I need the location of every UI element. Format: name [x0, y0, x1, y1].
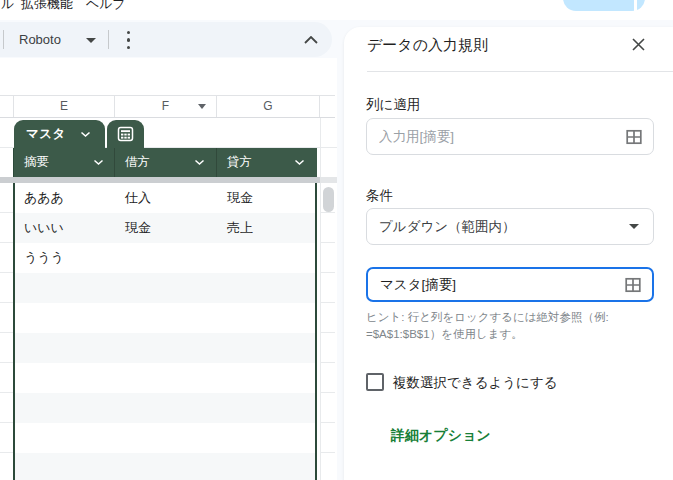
- header-label: 借方: [125, 155, 150, 169]
- row-gridlines-left: [0, 183, 13, 480]
- header-dropdown-icon[interactable]: [294, 159, 305, 166]
- cell-summary[interactable]: あああ: [24, 183, 64, 213]
- table-row[interactable]: いいい 現金 売上: [14, 213, 317, 243]
- table-header-debit[interactable]: 借方: [115, 148, 217, 177]
- table-name: マスタ: [26, 120, 66, 148]
- menu-item-help[interactable]: ヘルプ: [86, 0, 126, 13]
- apply-range-input[interactable]: [367, 119, 653, 154]
- table-row[interactable]: [14, 423, 317, 453]
- close-icon[interactable]: [627, 35, 649, 57]
- spreadsheet-grid: E F G あああ 仕入 現金 いいい 現金 売上 ううう: [0, 58, 337, 480]
- data-validation-panel: データの入力規則 列に適用 条件 プルダウン（範囲内）: [344, 27, 673, 480]
- table-menu-chevron-icon[interactable]: [80, 131, 91, 138]
- row-gridlines-right: [320, 183, 335, 480]
- multi-select-label: 複数選択できるようにする: [393, 374, 558, 392]
- table-row[interactable]: ううう: [14, 243, 317, 273]
- condition-label: 条件: [366, 187, 393, 205]
- column-header-row: E F G: [0, 95, 335, 118]
- apply-to-label: 列に適用: [366, 96, 420, 114]
- column-f-dropdown-icon[interactable]: [198, 104, 206, 109]
- hint-text: ヒント: 行と列をロックするには絶対参照（例: =$A$1:$B$1）を使用しま…: [366, 309, 609, 343]
- hint-line: ヒント: 行と列をロックするには絶対参照（例:: [366, 309, 609, 326]
- condition-value: プルダウン（範囲内）: [379, 209, 516, 244]
- toolbar: Roboto: [0, 22, 332, 57]
- select-data-range-icon[interactable]: [625, 128, 643, 146]
- cell-credit[interactable]: 現金: [227, 183, 253, 213]
- header-label: 貸方: [227, 155, 252, 169]
- table-row[interactable]: [14, 393, 317, 423]
- collapse-toolbar-icon[interactable]: [304, 36, 318, 44]
- header-label: 摘要: [24, 155, 49, 169]
- header-dropdown-icon[interactable]: [93, 159, 104, 166]
- panel-title: データの入力規則: [367, 36, 488, 55]
- cell-debit[interactable]: 現金: [125, 213, 151, 243]
- table-tools-tab[interactable]: [107, 120, 144, 148]
- apply-range-field: [366, 118, 654, 155]
- table-header-row: 摘要 借方 貸方: [14, 148, 317, 177]
- toolbar-divider: [3, 30, 4, 49]
- font-selector[interactable]: Roboto: [19, 22, 61, 57]
- table-right-border: [315, 148, 317, 480]
- share-button-divider: [634, 0, 637, 11]
- column-header-g[interactable]: G: [217, 96, 320, 117]
- select-data-range-icon[interactable]: [624, 276, 642, 294]
- panel-divider: [367, 71, 673, 72]
- toolbar-divider: [108, 30, 109, 49]
- menu-item-partial[interactable]: ル: [1, 0, 14, 13]
- column-header-sliver[interactable]: [0, 96, 14, 117]
- menu-item-extensions[interactable]: 拡張機能: [21, 0, 73, 13]
- frozen-row-divider: [0, 177, 320, 183]
- vertical-scrollbar-thumb[interactable]: [323, 187, 334, 212]
- cell-summary[interactable]: いいい: [24, 213, 64, 243]
- multi-select-checkbox[interactable]: [366, 373, 384, 391]
- frozen-row-divider: [320, 177, 337, 183]
- more-options-icon[interactable]: [127, 31, 131, 49]
- google-sheets-window: ル 拡張機能 ヘルプ Roboto E F G: [0, 0, 673, 480]
- source-range-input[interactable]: [368, 269, 652, 300]
- table-row[interactable]: [14, 363, 317, 393]
- select-caret-icon: [629, 224, 639, 229]
- cell-debit[interactable]: 仕入: [125, 183, 151, 213]
- table-left-border: [13, 148, 15, 480]
- table-row[interactable]: あああ 仕入 現金: [14, 183, 317, 213]
- table-header-credit[interactable]: 貸方: [217, 148, 317, 177]
- font-dropdown-icon[interactable]: [86, 38, 96, 43]
- table-row[interactable]: [14, 453, 317, 480]
- table-icon: [117, 126, 134, 142]
- header-dropdown-icon[interactable]: [194, 159, 205, 166]
- source-range-field: [366, 267, 654, 302]
- cell-credit[interactable]: 売上: [227, 213, 253, 243]
- table-header-summary[interactable]: 摘要: [14, 148, 115, 177]
- advanced-options-button[interactable]: 詳細オプション: [391, 427, 491, 445]
- column-header-e[interactable]: E: [14, 96, 115, 117]
- column-header-sliver[interactable]: [320, 96, 335, 117]
- cell-summary[interactable]: ううう: [24, 243, 64, 273]
- condition-select[interactable]: プルダウン（範囲内）: [366, 208, 654, 245]
- menubar: ル 拡張機能 ヘルプ: [0, 0, 673, 20]
- table-row[interactable]: [14, 273, 317, 303]
- table-row[interactable]: [14, 303, 317, 333]
- share-button[interactable]: [563, 0, 645, 11]
- hint-line: =$A$1:$B$1）を使用します。: [366, 326, 609, 343]
- table-name-tab[interactable]: マスタ: [14, 120, 105, 148]
- table-row[interactable]: [14, 333, 317, 363]
